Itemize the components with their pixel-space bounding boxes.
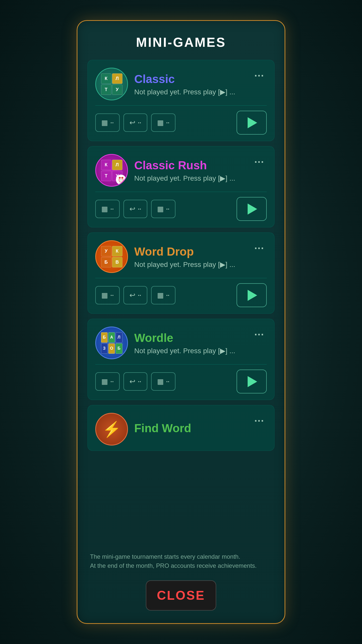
rush-stats-val: ·· [110,206,114,213]
rush-stats-btn[interactable]: ▦ ·· [95,200,120,218]
worddrop-history-btn[interactable]: ↩ ·· [123,286,147,304]
game-card-rush: К Л Т У ⏰ Classic Rush Not played yet. P… [87,146,275,227]
worddrop-stats-btn[interactable]: ▦ ·· [95,286,120,304]
classic-calendar-btn[interactable]: ▦ ·· [151,113,175,132]
modal-title: MINI-GAMES [77,21,285,60]
worddrop-history-val: ·· [138,292,141,299]
footer-note: The mini-game tournament starts every ca… [77,547,285,573]
rush-menu-btn[interactable]: ··· [252,155,267,169]
bar-chart-icon: ▦ [101,118,108,127]
rush-history-btn[interactable]: ↩ ·· [123,200,147,218]
wordle-play-btn[interactable] [237,370,267,393]
grid-cell: Т [101,171,111,181]
worddrop-info: Word Drop Not played yet. Press play [▶]… [134,245,246,269]
worddrop-calendar-btn[interactable]: ▦ ·· [151,286,175,304]
close-button[interactable]: CLOSE [146,580,216,611]
worddrop-name: Word Drop [134,245,246,258]
classic-info: Classic Not played yet. Press play [▶] .… [134,72,246,96]
classic-stats-val: ·· [110,119,114,126]
wordle-history-btn[interactable]: ↩ ·· [123,372,147,391]
worddrop-stats-val: ·· [110,292,114,299]
wordle-icon: Б А Л З О Б [95,327,128,359]
findword-menu-btn[interactable]: ··· [252,414,267,428]
wordle-status: Not played yet. Press play [▶] ... [134,347,246,355]
wordle-stat-buttons: ▦ ·· ↩ ·· ▦ ·· [95,372,175,391]
classic-calendar-val: ·· [166,119,169,126]
worddrop-menu-btn[interactable]: ··· [252,242,267,255]
rush-icon: К Л Т У ⏰ [95,154,128,187]
wordle-name: Wordle [134,331,246,345]
rush-calendar-val: ·· [166,206,169,213]
findword-name: Find Word [134,421,246,435]
worddrop-icon: У К Б В [95,240,128,273]
classic-status: Not played yet. Press play [▶] ... [134,88,246,96]
rush-stat-buttons: ▦ ·· ↩ ·· ▦ ·· [95,200,175,218]
play-icon [248,204,257,215]
classic-menu-btn[interactable]: ··· [252,69,267,83]
grid-cell: К [101,73,111,84]
rush-play-btn[interactable] [237,197,267,221]
worddrop-divider [95,278,267,278]
classic-icon: К Л Т У [95,68,128,100]
game-card-top-wordle: Б А Л З О Б Wordle Not played yet. Press… [95,327,267,359]
history-icon: ↩ [129,118,135,127]
modal-background: MINI-GAMES К Л Т У Classic [0,0,362,644]
wordle-calendar-btn[interactable]: ▦ ·· [151,372,175,391]
game-card-worddrop: У К Б В Word Drop Not played yet. Press … [87,232,275,314]
rush-card-bottom: ▦ ·· ↩ ·· ▦ ·· [95,197,267,221]
grid-cell: В [112,257,122,267]
wordle-cell: Б [116,343,122,354]
classic-history-val: ·· [138,119,141,126]
bar-chart-icon: ▦ [101,205,108,213]
findword-info: Find Word [134,421,246,437]
history-icon: ↩ [129,205,135,213]
history-icon: ↩ [129,377,135,386]
play-icon [248,117,257,128]
rush-info: Classic Rush Not played yet. Press play … [134,158,246,182]
findword-icon: ⚡ [95,413,128,446]
game-card-classic: К Л Т У Classic Not played yet. Press pl… [87,60,275,141]
rush-status: Not played yet. Press play [▶] ... [134,174,246,182]
footer-line1: The mini-game tournament starts every ca… [90,553,240,560]
wordle-divider [95,364,267,365]
worddrop-card-bottom: ▦ ·· ↩ ·· ▦ ·· [95,283,267,307]
grid-cell: У [112,85,122,95]
play-icon [248,290,257,301]
grid-cell: К [112,246,122,256]
wordle-stats-btn[interactable]: ▦ ·· [95,372,120,391]
rush-history-val: ·· [138,206,141,213]
wordle-cell: Б [101,332,108,343]
classic-play-btn[interactable] [237,111,267,135]
wordle-stats-val: ·· [110,378,114,385]
history-icon: ↩ [129,291,135,299]
wordle-info: Wordle Not played yet. Press play [▶] ..… [134,331,246,355]
worddrop-stat-buttons: ▦ ·· ↩ ·· ▦ ·· [95,286,175,304]
classic-history-btn[interactable]: ↩ ·· [123,113,147,132]
grid-cell: Б [101,257,111,267]
wordle-cell: О [108,343,115,354]
bar-chart-icon: ▦ [101,377,108,386]
wordle-card-bottom: ▦ ·· ↩ ·· ▦ ·· [95,370,267,393]
worddrop-calendar-val: ·· [166,292,169,299]
game-card-wordle: Б А Л З О Б Wordle Not played yet. Press… [87,319,275,400]
footer-line2: At the end of the month, PRO accounts re… [90,562,257,569]
play-icon [248,376,257,387]
grid-cell: К [101,160,111,170]
rush-name: Classic Rush [134,158,246,172]
grid-cell: У [101,246,111,256]
game-card-top-rush: К Л Т У ⏰ Classic Rush Not played yet. P… [95,154,267,187]
classic-name: Classic [134,72,246,86]
clock-overlay: ⏰ [116,175,126,185]
wordle-cell: А [108,332,115,343]
classic-stats-btn[interactable]: ▦ ·· [95,113,120,132]
game-card-findword: ⚡ Find Word ··· [87,405,275,451]
classic-stat-buttons: ▦ ·· ↩ ·· ▦ ·· [95,113,175,132]
rush-calendar-btn[interactable]: ▦ ·· [151,200,175,218]
game-card-top-findword: ⚡ Find Word ··· [95,413,267,446]
games-list: К Л Т У Classic Not played yet. Press pl… [77,60,285,547]
classic-card-bottom: ▦ ·· ↩ ·· ▦ ·· [95,111,267,135]
wordle-menu-btn[interactable]: ··· [252,328,267,342]
bar-chart-icon: ▦ [101,291,108,299]
rush-divider [95,192,267,192]
worddrop-play-btn[interactable] [237,283,267,307]
